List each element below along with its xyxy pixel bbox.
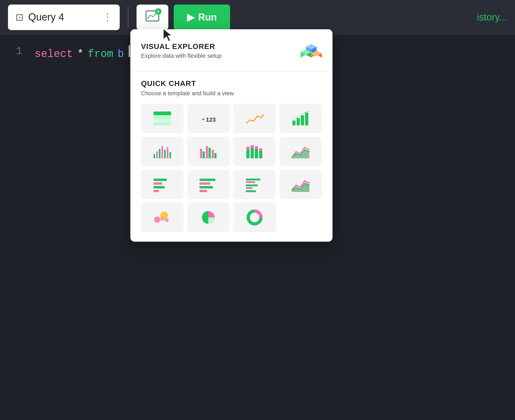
svg-rect-52 <box>246 179 260 180</box>
svg-rect-36 <box>246 150 250 158</box>
svg-rect-14 <box>153 116 171 119</box>
svg-rect-44 <box>153 179 167 181</box>
svg-rect-50 <box>200 186 213 188</box>
svg-rect-25 <box>159 149 160 158</box>
chart-stacked-bar[interactable] <box>233 137 276 166</box>
add-visualization-button[interactable]: + <box>136 5 168 30</box>
run-play-icon: ▶ <box>187 12 194 23</box>
run-button[interactable]: ▶ Run <box>174 5 230 30</box>
svg-rect-33 <box>209 148 211 158</box>
svg-rect-51 <box>200 190 207 192</box>
svg-rect-45 <box>153 182 162 185</box>
svg-rect-37 <box>246 147 250 150</box>
chart-grouped-bar[interactable] <box>187 137 230 166</box>
svg-rect-41 <box>255 146 258 149</box>
svg-rect-54 <box>246 184 258 186</box>
svg-rect-34 <box>212 150 214 158</box>
visual-explorer-section[interactable]: VISUAL EXPLORER Explore data with flexib… <box>130 29 333 71</box>
svg-rect-28 <box>167 147 168 158</box>
quick-chart-title: QUICK CHART <box>141 79 322 88</box>
svg-rect-43 <box>259 148 262 151</box>
svg-rect-19 <box>292 121 296 125</box>
svg-rect-30 <box>200 149 202 158</box>
svg-rect-22 <box>305 113 308 125</box>
history-link[interactable]: istory... <box>477 12 507 23</box>
chart-horizontal-bar-small[interactable] <box>141 170 184 199</box>
chart-area-pink[interactable] <box>280 137 322 166</box>
visual-explorer-text: VISUAL EXPLORER Explore data with flexib… <box>141 42 222 59</box>
svg-rect-31 <box>203 151 205 158</box>
query-tab-name: Query 4 <box>28 11 64 23</box>
svg-point-60 <box>160 212 168 219</box>
svg-rect-56 <box>246 190 256 192</box>
query-tab-menu-icon[interactable]: ⋮ <box>103 12 112 23</box>
svg-rect-49 <box>200 182 210 185</box>
chart-horizontal-bar-grouped[interactable] <box>233 170 276 199</box>
chart-bar-trending[interactable] <box>280 104 322 133</box>
add-plus-icon: + <box>155 8 161 15</box>
svg-rect-16 <box>153 123 171 125</box>
divider <box>128 7 128 28</box>
svg-rect-32 <box>206 146 208 158</box>
add-viz-icon: + <box>146 10 159 24</box>
chart-donut[interactable] <box>233 203 276 232</box>
svg-rect-38 <box>251 148 254 158</box>
svg-rect-46 <box>153 186 165 188</box>
chart-pie[interactable] <box>187 203 230 232</box>
visual-explorer-icon <box>298 39 322 63</box>
keyword-select: select <box>35 48 73 60</box>
keyword-from: from <box>88 48 113 60</box>
svg-rect-13 <box>153 112 171 115</box>
chart-horizontal-bar[interactable] <box>187 170 230 199</box>
chart-line[interactable] <box>233 104 276 133</box>
quick-chart-description: Choose a template and build a view <box>141 90 322 97</box>
chart-scatter[interactable] <box>141 137 184 166</box>
svg-rect-35 <box>214 153 217 158</box>
svg-rect-23 <box>153 154 155 158</box>
code-line: select * from b <box>35 45 130 60</box>
svg-text:123: 123 <box>206 116 216 123</box>
svg-rect-47 <box>153 190 159 192</box>
svg-point-57 <box>154 216 160 223</box>
chart-table[interactable] <box>141 104 184 133</box>
svg-rect-53 <box>246 181 255 183</box>
svg-point-59 <box>165 218 169 222</box>
svg-rect-24 <box>156 151 158 158</box>
svg-marker-17 <box>202 118 205 120</box>
chart-bubble[interactable] <box>141 203 184 232</box>
svg-rect-29 <box>169 152 171 158</box>
svg-rect-15 <box>153 120 171 123</box>
dropdown-panel: VISUAL EXPLORER Explore data with flexib… <box>130 29 333 242</box>
editor-cursor <box>129 45 130 57</box>
keyword-star: * <box>77 48 84 60</box>
table-name: b <box>118 48 124 60</box>
svg-rect-39 <box>251 145 254 148</box>
svg-rect-20 <box>297 118 300 125</box>
svg-rect-26 <box>161 146 163 158</box>
run-button-label: Run <box>198 12 217 23</box>
chart-grid: 123 <box>141 104 322 232</box>
chart-number[interactable]: 123 <box>187 104 230 133</box>
quick-chart-section: QUICK CHART Choose a template and build … <box>130 71 333 242</box>
svg-rect-48 <box>200 179 215 181</box>
visual-explorer-description: Explore data with flexible setup <box>141 52 222 59</box>
svg-rect-55 <box>246 187 252 189</box>
line-number: 1 <box>16 45 27 60</box>
query-tab-icon: ⊡ <box>15 12 23 23</box>
svg-rect-42 <box>259 151 262 158</box>
svg-rect-27 <box>164 150 166 158</box>
query-tab[interactable]: ⊡ Query 4 ⋮ <box>8 5 120 30</box>
svg-rect-40 <box>255 149 258 158</box>
chart-area-only[interactable] <box>280 170 322 199</box>
svg-rect-21 <box>301 115 304 125</box>
visual-explorer-title: VISUAL EXPLORER <box>141 42 222 51</box>
